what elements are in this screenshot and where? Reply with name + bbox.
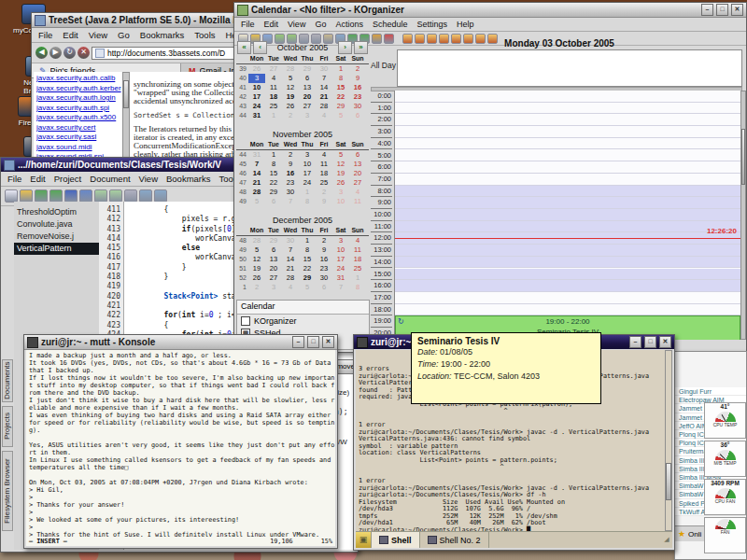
zoom-out-icon[interactable] <box>154 189 167 203</box>
day-cell[interactable]: 5 <box>332 150 349 160</box>
day-cell[interactable]: 2 <box>316 188 332 197</box>
menu-bookmarks[interactable]: Bookmarks <box>166 174 211 184</box>
minimize-icon[interactable]: – <box>292 336 304 348</box>
day-cell[interactable]: 4 <box>349 188 366 197</box>
day-cell[interactable]: 28 <box>282 64 299 74</box>
day-cell[interactable]: 13 <box>299 83 316 92</box>
day-cell[interactable]: 20 <box>349 169 366 178</box>
close-icon[interactable]: ✕ <box>322 336 334 348</box>
day-cell[interactable]: 29 <box>265 188 282 197</box>
hour-row[interactable] <box>395 221 740 233</box>
hour-row[interactable] <box>395 161 740 174</box>
prev-month-button[interactable]: ‹ <box>253 41 267 54</box>
day-cell[interactable]: 1 <box>265 150 282 160</box>
day-cell[interactable]: 8 <box>265 160 282 169</box>
day-cell[interactable]: 29 <box>299 64 316 74</box>
hour-row[interactable] <box>395 103 740 115</box>
hour-row[interactable] <box>395 126 740 138</box>
menu-tools[interactable]: Tools <box>194 30 215 40</box>
menu-edit[interactable]: Edit <box>264 20 279 29</box>
day-cell[interactable]: 14 <box>316 83 332 92</box>
file-item[interactable]: VerticalPattern <box>14 243 99 255</box>
menu-project[interactable]: Project <box>54 174 82 184</box>
day-cell[interactable]: 2 <box>349 64 366 74</box>
shell-scrollbar[interactable] <box>665 350 672 531</box>
status-star-icon[interactable]: ★ <box>678 529 685 539</box>
day-cell[interactable]: 3 <box>265 283 282 292</box>
day-cell[interactable]: 14 <box>248 169 265 178</box>
next-year-button[interactable]: » <box>354 41 368 54</box>
mutt-terminal[interactable]: I made a backup just a month and a half … <box>26 350 335 537</box>
day-cell[interactable]: 29 <box>332 102 349 111</box>
day-cell[interactable]: 3 <box>332 236 349 245</box>
day-cell[interactable]: 1 <box>299 236 316 245</box>
day-cell[interactable]: 18 <box>349 255 366 264</box>
day-cell[interactable]: 28 <box>316 102 332 111</box>
day-cell[interactable]: 8 <box>299 197 316 206</box>
day-cell[interactable]: 12 <box>332 160 349 169</box>
day-cell[interactable]: 19 <box>282 92 299 102</box>
day-cell[interactable]: 4 <box>316 111 332 120</box>
sidebar-link[interactable]: javax.security.cert <box>36 123 122 133</box>
day-cell[interactable]: 27 <box>265 64 282 74</box>
day-cell[interactable]: 10 <box>248 83 265 92</box>
day-cell[interactable]: 1 <box>265 111 282 120</box>
hour-row[interactable] <box>395 280 740 292</box>
forward-icon[interactable]: ▶ <box>49 47 62 59</box>
day-cell[interactable]: 22 <box>299 264 316 273</box>
day-cell[interactable]: 24 <box>332 264 349 273</box>
day-cell[interactable]: 3 <box>248 74 265 83</box>
menu-view[interactable]: View <box>139 174 158 184</box>
day-cell[interactable]: 2 <box>282 111 299 120</box>
day-cell[interactable]: 5 <box>282 74 299 83</box>
menu-view[interactable]: View <box>288 20 305 29</box>
maximize-icon[interactable]: □ <box>644 336 656 348</box>
all-day-events-box[interactable] <box>397 49 742 87</box>
day-cell[interactable]: 6 <box>349 150 366 160</box>
resource-item[interactable]: KOrganizer <box>237 315 369 327</box>
resource-checkbox[interactable] <box>241 316 250 326</box>
day-cell[interactable]: 7 <box>282 197 299 206</box>
file-item[interactable]: RemoveNoise.j <box>14 231 99 243</box>
day-cell[interactable]: 26 <box>248 273 265 283</box>
day-cell[interactable]: 18 <box>265 92 282 102</box>
day-cell[interactable]: 26 <box>282 102 299 111</box>
day-cell[interactable]: 30 <box>282 188 299 197</box>
korganizer-titlebar[interactable]: Calendar - <No filter> - KOrganizer – □ … <box>234 3 746 18</box>
hour-row[interactable] <box>395 209 740 221</box>
day-cell[interactable]: 7 <box>316 74 332 83</box>
minimize-icon[interactable]: – <box>629 336 641 348</box>
minimize-icon[interactable]: – <box>701 4 713 16</box>
day-cell[interactable]: 25 <box>316 178 332 188</box>
hour-row[interactable] <box>395 186 740 198</box>
hour-row[interactable] <box>395 114 740 126</box>
file-item[interactable]: ThresholdOptim <box>14 206 99 218</box>
day-cell[interactable]: 18 <box>316 169 332 178</box>
day-cell[interactable]: 30 <box>316 273 332 283</box>
menu-settings[interactable]: Settings <box>416 20 447 29</box>
day-cell[interactable]: 16 <box>316 255 332 264</box>
day-cell[interactable]: 19 <box>332 169 349 178</box>
day-cell[interactable]: 13 <box>265 255 282 264</box>
online-filter-label[interactable]: Onli <box>688 530 701 539</box>
contact-item[interactable]: Gingui Furr <box>675 387 746 396</box>
day-cell[interactable]: 24 <box>248 102 265 111</box>
day-cell[interactable]: 22 <box>332 92 349 102</box>
back-icon[interactable] <box>35 189 48 203</box>
menu-file[interactable]: File <box>38 30 52 40</box>
sidebar-link[interactable]: javax.sound.midi <box>36 143 122 153</box>
day-cell[interactable]: 30 <box>282 236 299 245</box>
menu-edit[interactable]: Edit <box>30 174 45 184</box>
day-cell[interactable]: 8 <box>299 245 316 255</box>
day-cell[interactable]: 6 <box>299 74 316 83</box>
file-item[interactable]: Convolute.java <box>14 218 99 231</box>
close-icon[interactable]: ✕ <box>731 4 743 16</box>
session-tab-shell-no-2[interactable]: Shell No. 2 <box>420 532 489 548</box>
day-cell[interactable]: 15 <box>299 255 316 264</box>
reload-icon[interactable]: ↻ <box>63 47 76 59</box>
day-cell[interactable]: 9 <box>316 197 332 206</box>
hour-row[interactable] <box>395 91 740 103</box>
dock-tab-projects[interactable]: Projects <box>2 406 13 447</box>
day-cell[interactable]: 23 <box>282 178 299 188</box>
hour-row[interactable] <box>395 138 740 150</box>
